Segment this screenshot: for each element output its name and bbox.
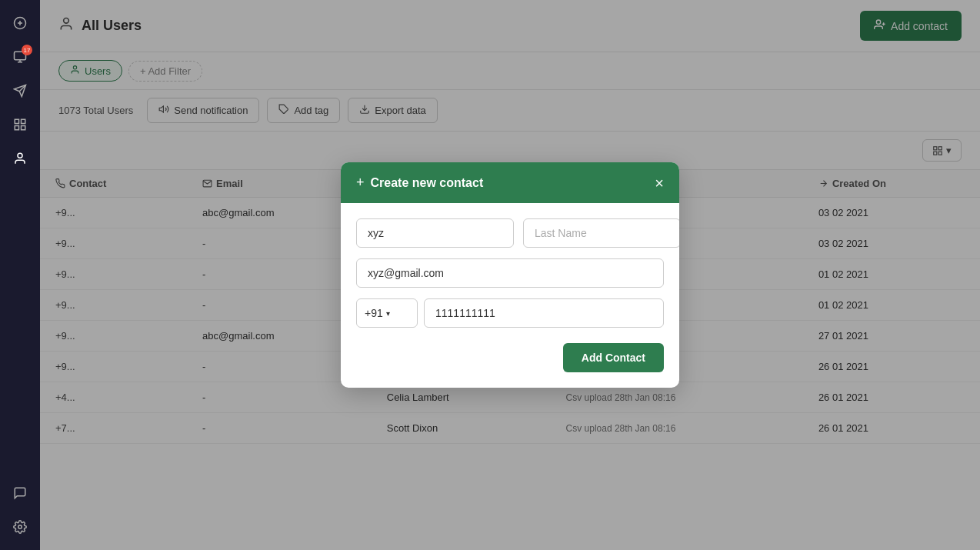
- phone-number-input[interactable]: [424, 298, 664, 328]
- sidebar-icon-dashboard[interactable]: [6, 111, 34, 138]
- create-contact-modal: + Create new contact × +91 ▾: [341, 162, 679, 388]
- svg-point-8: [18, 153, 22, 158]
- modal-title: Create new contact: [371, 176, 484, 190]
- notification-badge: 17: [22, 45, 32, 55]
- sidebar-icon-contacts[interactable]: [6, 145, 34, 172]
- country-chevron-icon: ▾: [386, 309, 390, 318]
- modal-footer: Add Contact: [341, 343, 679, 388]
- svg-point-9: [18, 525, 22, 529]
- add-contact-modal-button[interactable]: Add Contact: [563, 343, 664, 372]
- sidebar-icon-chat[interactable]: [6, 479, 34, 507]
- modal-header: + Create new contact ×: [341, 162, 679, 203]
- name-row: [356, 218, 664, 248]
- modal-overlay[interactable]: + Create new contact × +91 ▾: [40, 0, 980, 550]
- main-content: All Users Add contact Users + Add Filter…: [40, 0, 980, 550]
- email-input[interactable]: [356, 258, 664, 288]
- svg-rect-7: [22, 126, 25, 130]
- sidebar-icon-notifications[interactable]: 17: [6, 43, 34, 71]
- svg-rect-6: [15, 126, 18, 130]
- phone-row: +91 ▾: [356, 298, 664, 328]
- phone-country-selector[interactable]: +91 ▾: [356, 298, 418, 328]
- modal-plus-icon: +: [356, 175, 365, 191]
- sidebar-icon-send[interactable]: [6, 77, 34, 105]
- country-code-label: +91: [365, 307, 383, 319]
- svg-rect-5: [22, 119, 25, 123]
- modal-close-button[interactable]: ×: [655, 175, 664, 191]
- last-name-input[interactable]: [523, 218, 679, 248]
- first-name-input[interactable]: [356, 218, 514, 248]
- svg-rect-4: [15, 119, 18, 123]
- sidebar: 17: [0, 0, 40, 550]
- sidebar-icon-home[interactable]: [6, 9, 34, 37]
- modal-title-group: + Create new contact: [356, 175, 483, 191]
- sidebar-icon-settings[interactable]: [6, 513, 34, 541]
- modal-body: +91 ▾: [341, 203, 679, 343]
